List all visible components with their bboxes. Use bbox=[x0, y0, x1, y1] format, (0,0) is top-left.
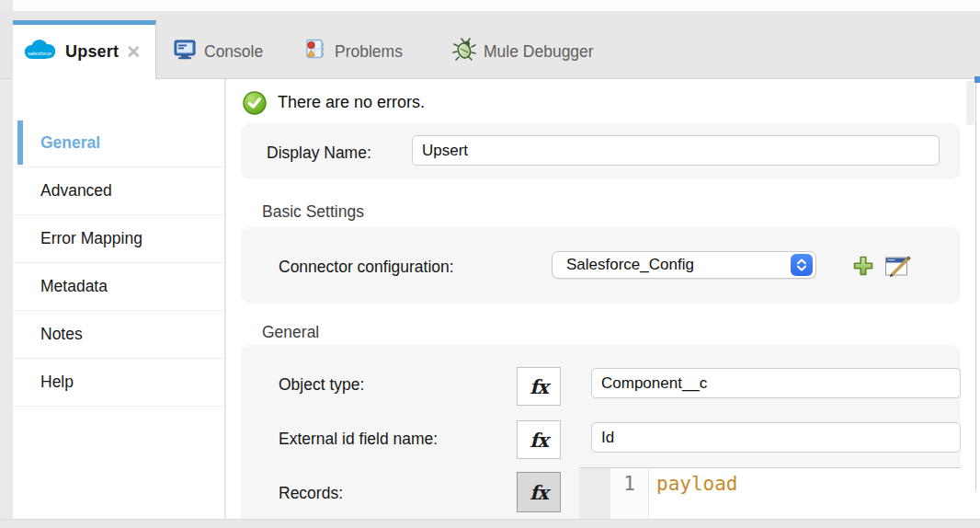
focus-corner-marker bbox=[974, 76, 980, 83]
console-icon bbox=[173, 38, 197, 66]
problems-icon bbox=[303, 38, 327, 66]
connector-configuration-value: Salesforce_Config bbox=[566, 256, 694, 274]
display-name-input[interactable] bbox=[412, 135, 940, 166]
sidebar-item-help[interactable]: Help bbox=[13, 359, 224, 407]
sidebar-item-label: Error Mapping bbox=[40, 229, 142, 248]
bottom-window-edge bbox=[0, 519, 980, 528]
bug-icon bbox=[452, 38, 476, 66]
display-name-label: Display Name: bbox=[267, 143, 371, 163]
basic-settings-heading: Basic Settings bbox=[262, 202, 364, 222]
external-id-input[interactable] bbox=[591, 422, 961, 453]
tab-upsert-label: Upsert bbox=[65, 42, 119, 62]
sidebar-item-label: Notes bbox=[40, 325, 83, 344]
tab-mule-debugger[interactable]: Mule Debugger bbox=[452, 37, 594, 66]
fx-toggle-external-id[interactable]: fx bbox=[517, 420, 561, 459]
tab-console-label: Console bbox=[204, 42, 263, 62]
object-type-label: Object type: bbox=[279, 375, 364, 395]
chevron-up-down-icon bbox=[791, 254, 813, 276]
edit-config-icon[interactable] bbox=[884, 253, 912, 278]
content-right-border bbox=[975, 77, 976, 490]
fx-toggle-object-type[interactable]: fx bbox=[517, 367, 561, 406]
line-number: 1 bbox=[623, 468, 635, 519]
sidebar-item-general[interactable]: General bbox=[13, 120, 224, 167]
sidebar-item-label: Help bbox=[40, 373, 74, 392]
sidebar-item-label: Metadata bbox=[40, 277, 108, 296]
sidebar-item-error-mapping[interactable]: Error Mapping bbox=[13, 215, 224, 263]
svg-text:salesforce: salesforce bbox=[28, 51, 51, 56]
top-strip bbox=[13, 0, 980, 11]
status-message: There are no errors. bbox=[278, 93, 425, 112]
sidebar-item-label: Advanced bbox=[40, 181, 112, 201]
records-label: Records: bbox=[279, 484, 343, 503]
fx-toggle-records[interactable]: fx bbox=[517, 472, 561, 512]
editor-fold-margin bbox=[579, 468, 610, 519]
external-id-field-name-label: External id field name: bbox=[279, 430, 438, 449]
properties-content: There are no errors. Display Name: Basic… bbox=[226, 79, 980, 519]
tab-console[interactable]: Console bbox=[173, 37, 263, 66]
mule-properties-window: salesforce Upsert ✕ Console bbox=[0, 0, 980, 528]
salesforce-cloud-icon: salesforce bbox=[20, 38, 59, 66]
tab-upsert[interactable]: salesforce Upsert ✕ bbox=[13, 20, 156, 79]
sidebar-item-notes[interactable]: Notes bbox=[13, 311, 224, 359]
records-expression-editor[interactable]: 1 payload bbox=[579, 467, 961, 519]
tab-mule-debugger-label: Mule Debugger bbox=[484, 42, 594, 62]
sidebar-item-label: General bbox=[40, 133, 100, 153]
sidebar-item-advanced[interactable]: Advanced bbox=[13, 167, 224, 215]
add-config-icon[interactable] bbox=[852, 255, 874, 277]
tab-problems-label: Problems bbox=[335, 42, 403, 62]
close-icon[interactable]: ✕ bbox=[126, 43, 141, 61]
tab-problems[interactable]: Problems bbox=[303, 37, 403, 66]
editor-line-number-gutter: 1 bbox=[610, 468, 649, 519]
vertical-scrollbar-thumb[interactable] bbox=[966, 81, 974, 125]
connector-configuration-select[interactable]: Salesforce_Config bbox=[552, 251, 816, 279]
object-type-input[interactable] bbox=[591, 368, 961, 398]
editor-code-area[interactable]: payload bbox=[649, 468, 961, 519]
code-keyword-payload: payload bbox=[656, 473, 738, 495]
connector-configuration-label: Connector configuration: bbox=[279, 258, 454, 277]
green-check-icon bbox=[243, 91, 267, 119]
sidebar-item-metadata[interactable]: Metadata bbox=[13, 263, 224, 311]
general-heading: General bbox=[262, 323, 319, 342]
properties-sidebar: General Advanced Error Mapping Metadata … bbox=[13, 79, 225, 519]
tab-bar: salesforce Upsert ✕ Console bbox=[0, 11, 980, 79]
